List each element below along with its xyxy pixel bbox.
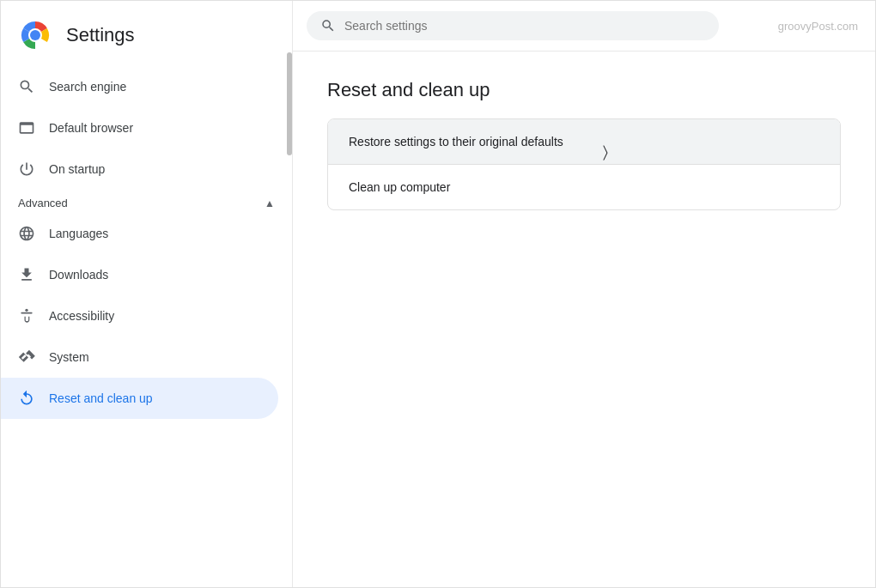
wrench-icon [18,349,35,366]
app-container: Settings Search engine De [0,0,876,588]
chrome-logo-icon [18,18,52,52]
advanced-label: Advanced [18,197,68,209]
sidebar-item-downloads[interactable]: Downloads [1,254,278,295]
sidebar-item-label-downloads: Downloads [49,268,108,282]
scrollbar-thumb [287,52,292,155]
svg-point-3 [25,309,27,312]
sidebar-item-label-on-startup: On startup [49,162,105,176]
sidebar-header: Settings [1,1,292,66]
sidebar-nav: Search engine Default browser On s [1,66,292,587]
chevron-up-icon: ▲ [265,197,275,209]
globe-icon [18,225,35,242]
cursor-pointer-icon: 〉 [603,143,608,161]
browser-icon [18,119,35,136]
sidebar-item-label-system: System [49,350,89,364]
clean-up-computer-label: Clean up computer [349,180,450,194]
sidebar-item-languages[interactable]: Languages [1,213,278,254]
sidebar-item-reset[interactable]: Reset and clean up [1,378,278,419]
search-input[interactable] [344,19,705,33]
advanced-section-toggle[interactable]: Advanced ▲ [1,190,292,213]
options-card: Restore settings to their original defau… [327,118,841,210]
sidebar-item-default-browser[interactable]: Default browser [1,107,278,149]
restore-defaults-label: Restore settings to their original defau… [349,135,563,149]
sidebar-item-label-languages: Languages [49,227,108,240]
sidebar-scrollbar[interactable] [285,1,292,587]
accessibility-icon [18,307,35,324]
content-area: Reset and clean up Restore settings to t… [293,52,875,587]
search-icon [320,18,336,33]
sidebar: Settings Search engine De [1,1,293,587]
search-input-wrapper[interactable] [307,11,719,40]
svg-point-2 [30,30,40,40]
sidebar-item-on-startup[interactable]: On startup [1,149,278,190]
sidebar-item-accessibility[interactable]: Accessibility [1,295,278,336]
main-content: groovyPost.com Reset and clean up Restor… [293,1,875,587]
reset-icon [18,390,35,407]
clean-up-computer-item[interactable]: Clean up computer [328,164,840,209]
sidebar-item-search-engine[interactable]: Search engine [1,66,278,107]
sidebar-item-label-accessibility: Accessibility [49,309,114,323]
power-icon [18,161,35,178]
restore-defaults-item[interactable]: Restore settings to their original defau… [328,119,840,164]
search-icon [18,78,35,95]
sidebar-item-label-search-engine: Search engine [49,80,126,94]
search-bar: groovyPost.com [293,1,875,52]
section-title: Reset and clean up [327,79,841,101]
settings-title: Settings [66,24,135,46]
download-icon [18,266,35,283]
sidebar-item-label-reset: Reset and clean up [49,391,153,405]
sidebar-item-label-default-browser: Default browser [49,121,133,135]
sidebar-item-system[interactable]: System [1,336,278,378]
watermark-text: groovyPost.com [778,20,858,33]
